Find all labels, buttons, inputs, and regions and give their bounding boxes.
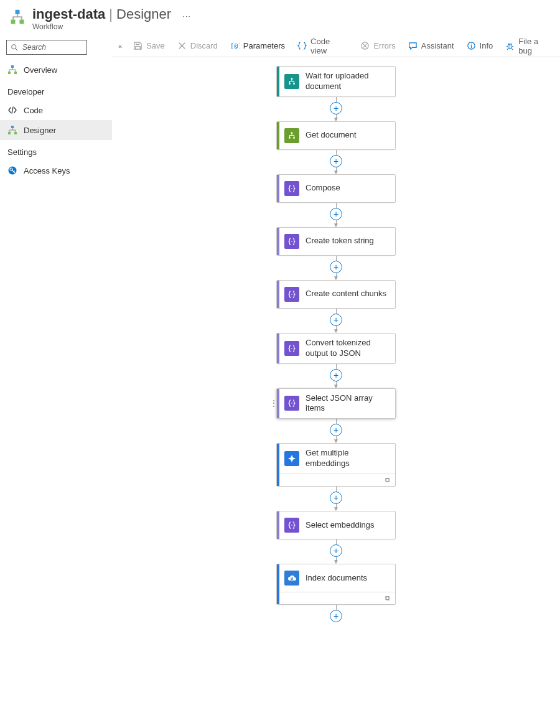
workflow-icon [9,9,26,26]
braces-icon [297,41,307,50]
connector: +▼ [330,256,342,280]
sidebar: Search Overview Developer Code Designer … [0,35,112,622]
add-step-button[interactable]: + [330,492,342,504]
svg-rect-10 [14,132,17,134]
connector: +▼ [330,97,342,121]
header-subtitle: Workflow [32,22,551,31]
svg-point-20 [289,83,291,85]
error-icon [360,41,370,50]
workflow-node-get-document[interactable]: Get document [276,121,396,150]
cloud-icon [284,571,299,586]
braces-icon [284,181,299,196]
node-accent [277,122,279,149]
node-label: Index documents [306,573,367,584]
node-label: Select JSON array items [306,393,390,414]
braces-icon [284,518,299,533]
workflow-node-select-json[interactable]: Select JSON array items [276,388,396,419]
search-icon [11,44,19,52]
braces-icon [284,396,299,411]
node-label: Compose [306,183,340,194]
workflow-node-index-docs[interactable]: Index documents⧉ [276,564,396,605]
header-titles: ingest-data | Designer ··· Workflow [32,6,551,31]
add-step-button[interactable]: + [330,155,342,167]
workflow-node-wait-upload[interactable]: Wait for uploaded document [276,66,396,97]
sidebar-item-designer[interactable]: Designer [0,120,112,140]
link-icon: ⧉ [385,594,390,602]
file-bug-button[interactable]: File a bug [499,35,560,57]
svg-rect-1 [11,20,16,24]
add-step-button[interactable]: + [330,610,342,622]
connector: + [330,605,342,622]
svg-rect-8 [11,126,14,128]
add-step-button[interactable]: + [330,261,342,273]
add-step-button[interactable]: + [330,208,342,220]
braces-icon [284,341,299,356]
header-more-button[interactable]: ··· [182,11,191,21]
node-accent [277,67,279,96]
toolbar: « Save Discard [@] Parameters Code view … [112,35,560,57]
save-icon [133,41,142,50]
add-step-button[interactable]: + [330,424,342,436]
workflow-name: ingest-data [32,6,105,22]
info-button[interactable]: Info [460,35,500,57]
connector: +▼ [330,309,342,333]
parameters-button[interactable]: [@] Parameters [224,35,291,57]
sidebar-item-overview[interactable]: Overview [0,60,112,80]
tree-icon [284,74,299,89]
bug-icon [505,41,515,50]
workflow-node-compose[interactable]: Compose [276,174,396,203]
svg-rect-9 [8,132,11,134]
search-input[interactable]: Search [6,40,87,55]
braces-icon [284,287,299,302]
add-step-button[interactable]: + [330,369,342,381]
svg-point-16 [470,44,472,45]
sidebar-item-code[interactable]: Code [0,100,112,120]
svg-point-25 [291,188,292,189]
save-button[interactable]: Save [127,35,171,57]
workflow-node-convert-json[interactable]: Convert tokenized output to JSON [276,333,396,364]
discard-button[interactable]: Discard [171,35,224,57]
svg-text:[@]: [@] [230,42,240,49]
add-step-button[interactable]: + [330,314,342,326]
svg-point-21 [293,83,295,85]
workflow-node-select-embed[interactable]: Select embeddings [276,511,396,539]
svg-rect-6 [8,72,11,74]
add-step-button[interactable]: + [330,102,342,114]
svg-point-26 [291,241,292,242]
add-step-button[interactable]: + [330,544,342,557]
svg-point-3 [12,44,16,49]
page-header: ingest-data | Designer ··· Workflow [0,0,560,35]
node-accent [277,228,279,255]
workflow-small-icon [7,65,17,75]
main-content: « Save Discard [@] Parameters Code view … [112,35,560,622]
spark-icon [284,451,299,466]
svg-point-23 [289,137,291,139]
collapse-sidebar-button[interactable]: « [113,42,127,50]
node-footer: ⧉ [277,474,395,486]
svg-point-29 [291,403,292,404]
workflow-node-get-embed[interactable]: Get multiple embeddings⧉ [276,443,396,487]
node-accent [277,281,279,308]
designer-canvas[interactable]: Wait for uploaded document+▼Get document… [112,57,560,622]
key-icon [7,166,17,175]
connector: +▼ [330,203,342,227]
discard-icon [177,41,187,50]
parameters-icon: [@] [230,41,240,50]
errors-button[interactable]: Errors [354,35,401,57]
svg-point-28 [291,348,292,349]
workflow-node-create-token[interactable]: Create token string [276,227,396,256]
node-accent [277,334,279,363]
svg-rect-0 [16,10,20,14]
code-view-button[interactable]: Code view [291,35,354,57]
assistant-button[interactable]: Assistant [402,35,460,57]
connector: +▼ [330,150,342,174]
node-accent [277,511,279,539]
svg-point-27 [291,294,292,295]
workflow-node-create-chunks[interactable]: Create content chunks [276,280,396,309]
connector: +▼ [330,487,342,511]
chat-icon [408,41,418,50]
svg-rect-7 [14,72,17,74]
braces-icon [284,234,299,249]
sidebar-heading-settings: Settings [0,140,112,161]
sidebar-item-access-keys[interactable]: Access Keys [0,161,112,180]
